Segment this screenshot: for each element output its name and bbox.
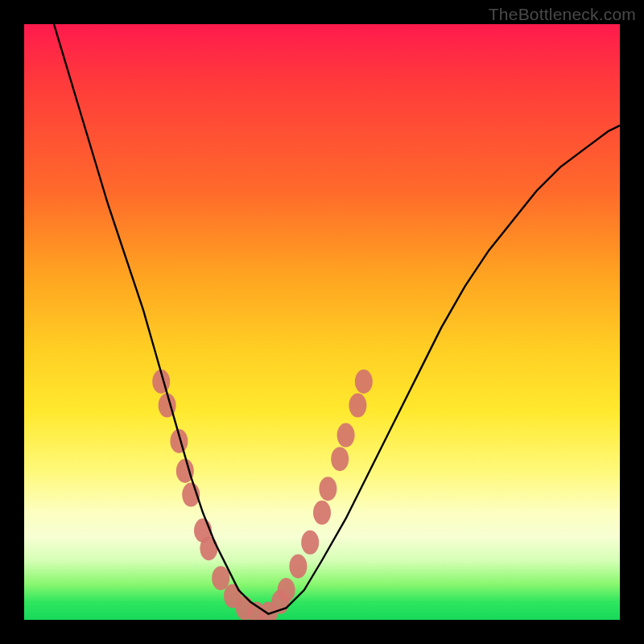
plot-area <box>24 24 620 620</box>
curve-marker <box>319 477 336 501</box>
chart-frame: TheBottleneck.com <box>0 0 644 644</box>
curve-marker <box>355 369 373 394</box>
curve-marker <box>212 566 229 590</box>
curve-marker <box>278 578 295 602</box>
watermark-text: TheBottleneck.com <box>489 5 636 24</box>
curve-layer <box>24 24 620 620</box>
curve-marker <box>337 423 355 448</box>
curve-marker <box>349 394 366 418</box>
marker-group <box>152 369 373 620</box>
curve-marker <box>200 536 217 560</box>
curve-marker <box>289 554 307 578</box>
curve-marker <box>331 447 349 471</box>
curve-marker <box>301 530 319 555</box>
bottleneck-curve <box>54 24 620 614</box>
curve-marker <box>313 501 331 525</box>
